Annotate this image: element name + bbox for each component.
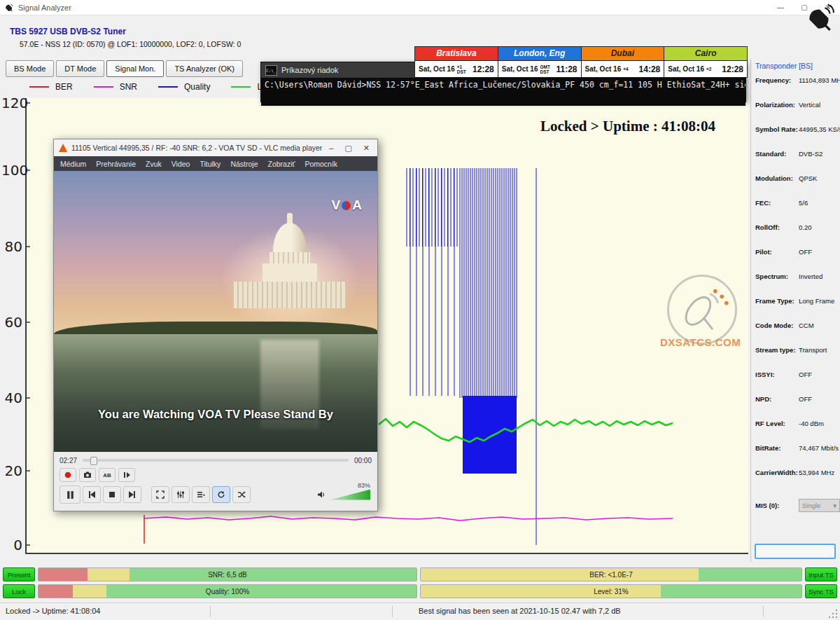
transponder-value: OFF bbox=[799, 248, 840, 256]
video-water bbox=[54, 334, 377, 452]
tuner-title: TBS 5927 USB DVB-S2 Tuner bbox=[10, 27, 126, 36]
vlc-playlist-button[interactable] bbox=[192, 486, 210, 503]
vlc-next-button[interactable] bbox=[123, 486, 141, 503]
vlc-frame-step-button[interactable] bbox=[118, 468, 135, 482]
transponder-label: Polarization: bbox=[755, 101, 799, 109]
legend-item-ber: BER bbox=[29, 82, 73, 92]
shuffle-icon bbox=[237, 490, 246, 499]
voa-logo: VA bbox=[332, 198, 362, 213]
transponder-panel: Transponder [BS] Frequency:11104,893 MHz… bbox=[750, 59, 840, 562]
vlc-seek-handle[interactable] bbox=[90, 457, 97, 465]
input-ts-indicator: Input TS bbox=[805, 567, 837, 581]
vlc-close-icon[interactable]: ✕ bbox=[363, 144, 370, 153]
vlc-equalizer-button[interactable] bbox=[172, 486, 190, 503]
vlc-previous-button[interactable] bbox=[83, 486, 101, 503]
clock-cairo: CairoSat, Oct 16+212:28 bbox=[664, 47, 747, 77]
vlc-menu-video[interactable]: Video bbox=[172, 160, 190, 168]
vlc-menu-zvuk[interactable]: Zvuk bbox=[146, 160, 162, 168]
speaker-icon bbox=[317, 490, 326, 499]
transponder-row-carrierwidth: CarrierWidth:53,994 MHz bbox=[755, 467, 840, 492]
vlc-menu-n-stroje[interactable]: Nástroje bbox=[230, 160, 258, 168]
transponder-row-code-mode: Code Mode:CCM bbox=[755, 320, 840, 345]
sidebar-action-button[interactable] bbox=[755, 544, 836, 559]
tab-dt-mode[interactable]: DT Mode bbox=[56, 60, 104, 77]
vlc-time-current: 02:27 bbox=[59, 457, 77, 464]
playlist-icon bbox=[197, 490, 205, 499]
transponder-row-pilot: Pilot:OFF bbox=[755, 247, 840, 271]
frame-step-icon bbox=[122, 471, 131, 479]
transponder-label: FEC: bbox=[755, 199, 799, 207]
statusbar-divider bbox=[392, 606, 393, 617]
tab-ts-analyzer-ok[interactable]: TS Analyzer (OK) bbox=[166, 60, 243, 77]
legend-swatch bbox=[158, 86, 178, 88]
transponder-value: Vertical bbox=[799, 101, 840, 109]
vlc-loop-button[interactable] bbox=[212, 486, 230, 503]
cmd-output[interactable]: C:\Users\Roman Dávid>NSS 12-57°E_East Af… bbox=[261, 78, 746, 106]
vlc-volume-slider[interactable] bbox=[330, 490, 370, 500]
status-gauges: Present Lock Input TS Sync TS SNR: 6,5 d… bbox=[0, 566, 840, 601]
clock-utc-offset: +2 bbox=[706, 67, 711, 71]
vlc-titlebar[interactable]: 11105 Vertical 44995,35 / RF: -40 SNR: 6… bbox=[54, 139, 377, 156]
clock-utc-offset: +4 bbox=[623, 67, 628, 71]
transponder-value: 44995,35 KS/s bbox=[799, 125, 840, 133]
vlc-maximize-icon[interactable]: ▢ bbox=[344, 144, 351, 153]
vlc-volume-control[interactable]: 83% bbox=[317, 490, 372, 500]
vlc-title: 11105 Vertical 44995,35 / RF: -40 SNR: 6… bbox=[71, 144, 322, 152]
vlc-stop-button[interactable] bbox=[103, 486, 121, 503]
legend: BERSNRQualityLevel bbox=[29, 79, 277, 95]
clock-bratislava: BratislavaSat, Oct 16+1DST12:28 bbox=[415, 47, 498, 77]
vlc-snapshot-button[interactable] bbox=[79, 468, 96, 482]
mis-value: Single bbox=[802, 502, 820, 509]
tuner-config: 57.0E - NSS 12 (ID: 0570) @ LOF1: 100000… bbox=[20, 40, 241, 48]
mis-dropdown[interactable]: Single ▾ bbox=[799, 499, 840, 512]
legend-swatch bbox=[94, 86, 113, 88]
transponder-row-modulation: Modulation:QPSK bbox=[755, 173, 840, 198]
vlc-volume-value: 83% bbox=[358, 482, 370, 489]
world-clocks: BratislavaSat, Oct 16+1DST12:28London, E… bbox=[414, 46, 748, 78]
tab-bar: BS ModeDT ModeSignal Mon.TS Analyzer (OK… bbox=[6, 60, 243, 77]
app-titlebar[interactable]: Signal Analyzer — ▢ ✕ bbox=[0, 0, 840, 15]
clock-time: 12:28 bbox=[722, 64, 743, 74]
app-icon bbox=[4, 3, 14, 13]
sync-ts-indicator: Sync TS bbox=[805, 584, 837, 598]
transponder-title: Transponder [BS] bbox=[755, 62, 840, 70]
clock-city-name: Dubai bbox=[582, 47, 664, 61]
vlc-pause-button[interactable] bbox=[59, 485, 80, 504]
transponder-label: ISSYI: bbox=[755, 371, 799, 378]
vlc-time-total: 00:00 bbox=[354, 457, 372, 464]
snr-gauge-text: SNR: 6,5 dB bbox=[38, 568, 416, 581]
vlc-seek-slider[interactable] bbox=[83, 459, 349, 462]
ab-loop-icon: AB bbox=[103, 472, 111, 478]
vlc-minimize-icon[interactable]: – bbox=[329, 144, 333, 153]
vlc-menu-zobrazi[interactable]: Zobraziť bbox=[267, 160, 295, 168]
next-icon bbox=[128, 490, 136, 499]
clock-city-name: Cairo bbox=[664, 47, 747, 61]
vlc-menu-pomocn-k[interactable]: Pomocník bbox=[304, 160, 337, 168]
vlc-record-button[interactable] bbox=[59, 468, 76, 482]
dropdown-arrow-icon: ▾ bbox=[833, 502, 836, 509]
vlc-ab-loop-button[interactable]: AB bbox=[99, 468, 115, 482]
previous-icon bbox=[88, 490, 96, 499]
resize-grip[interactable] bbox=[829, 609, 839, 619]
vlc-menu-m-dium[interactable]: Médium bbox=[60, 160, 86, 168]
y-tick-20: 20 bbox=[1, 462, 22, 479]
ber-gauge: BER: <1.0E-7 bbox=[420, 567, 802, 581]
vlc-cone-icon bbox=[59, 144, 67, 152]
transponder-label: Frame Type: bbox=[755, 297, 799, 305]
transponder-label: Standard: bbox=[755, 150, 799, 158]
vlc-menu-titulky[interactable]: Titulky bbox=[200, 160, 220, 168]
vlc-shuffle-button[interactable] bbox=[232, 486, 251, 503]
tab-bs-mode[interactable]: BS Mode bbox=[6, 60, 54, 77]
video-subtitle: You are Watching VOA TV Please Stand By bbox=[54, 408, 377, 421]
clock-time: 14:28 bbox=[639, 64, 661, 74]
transponder-label: Modulation: bbox=[755, 174, 799, 182]
vlc-menu-prehr-vanie[interactable]: Prehrávanie bbox=[96, 160, 136, 168]
vlc-fullscreen-button[interactable] bbox=[151, 486, 169, 503]
statusbar-divider bbox=[210, 606, 211, 617]
minimize-icon[interactable]: — bbox=[769, 0, 792, 15]
clock-utc-offset: GMTDST bbox=[540, 64, 550, 74]
vlc-menubar: MédiumPrehrávanieZvukVideoTitulkyNástroj… bbox=[54, 156, 377, 171]
transponder-label: Code Mode: bbox=[755, 322, 799, 329]
tab-signal-mon[interactable]: Signal Mon. bbox=[106, 60, 164, 77]
equalizer-icon bbox=[176, 490, 185, 499]
